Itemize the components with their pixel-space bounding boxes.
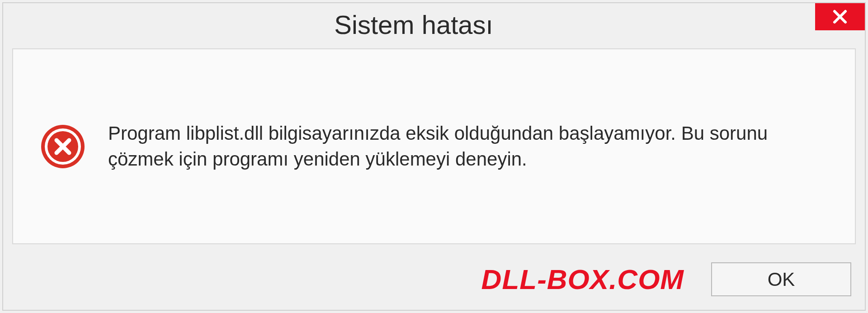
- titlebar: Sistem hatası: [3, 3, 865, 44]
- close-icon: [831, 8, 849, 26]
- close-button[interactable]: [815, 3, 865, 30]
- ok-button[interactable]: OK: [711, 262, 851, 296]
- watermark-text: DLL-BOX.COM: [481, 263, 684, 295]
- dialog-title: Sistem hatası: [12, 7, 815, 40]
- error-message: Program libplist.dll bilgisayarınızda ek…: [108, 121, 786, 172]
- error-icon: [40, 124, 85, 169]
- error-dialog: Sistem hatası Program libplist.dll bilgi…: [2, 2, 866, 311]
- dialog-footer: DLL-BOX.COM OK: [3, 253, 865, 310]
- content-panel: Program libplist.dll bilgisayarınızda ek…: [12, 48, 856, 244]
